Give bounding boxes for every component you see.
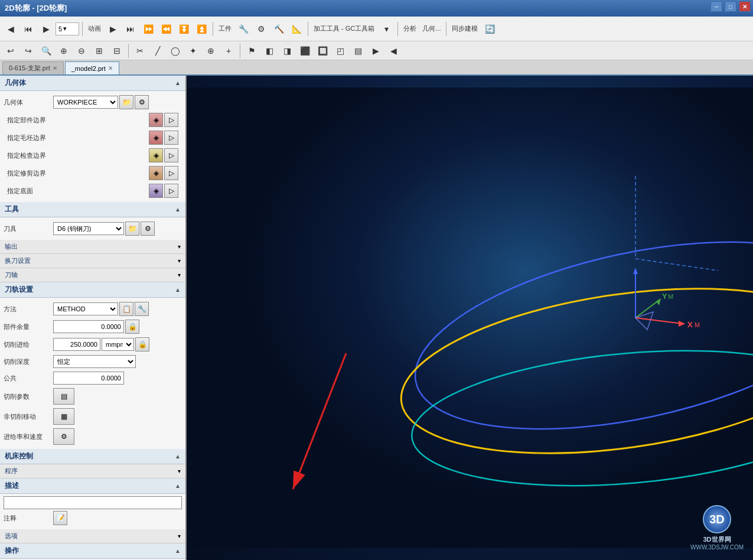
tool-axis-section-header[interactable]: 刀轴 ▾ [0, 268, 185, 282]
cut-params-row: 切削参数 ▤ [4, 386, 182, 406]
tb2-btn-7[interactable]: ⊟ [109, 43, 125, 59]
output-section-header[interactable]: 输出 ▾ [0, 240, 185, 254]
tool-btn-3[interactable]: 🔨 [270, 21, 287, 37]
method-select[interactable]: METHOD [53, 302, 118, 315]
tool-select[interactable]: D6 (钨钢刀) [53, 222, 124, 235]
viewport: X M Y M 3D 3D世界网 WWW.3DSJW.COM [187, 76, 753, 560]
tb2-btn-18[interactable]: 🔲 [314, 43, 331, 59]
tb2-btn-3[interactable]: 🔍 [38, 43, 54, 59]
operations-section-header[interactable]: 操作 ▲ [0, 543, 185, 559]
anim-btn-4[interactable]: ⏪ [158, 21, 174, 37]
sync-btn[interactable]: 🔄 [481, 21, 498, 37]
non-cut-btn[interactable]: ▦ [53, 408, 74, 425]
separator-2 [213, 22, 213, 36]
nav-first-button[interactable]: ⏮ [20, 21, 37, 37]
tb2-btn-6[interactable]: ⊞ [91, 43, 107, 59]
check-boundary-icon1[interactable]: ◈ [149, 148, 163, 162]
geometry-edit-btn[interactable]: 📁 [119, 95, 133, 109]
tb2-btn-2[interactable]: ↪ [20, 43, 37, 59]
operations-section-arrow: ▲ [175, 548, 181, 554]
tab-0[interactable]: 0-615-支架.prt ✕ [2, 61, 64, 74]
part-boundary-icon2[interactable]: ▷ [164, 113, 178, 127]
tb2-btn-9[interactable]: ╱ [149, 43, 166, 59]
geometry-section-header[interactable]: 几何体 ▲ [0, 76, 185, 91]
tool-btn-2[interactable]: ⚙ [253, 21, 269, 37]
nav-next-button[interactable]: ▶ [38, 21, 54, 37]
toolpath-section-header[interactable]: 刀轨设置 ▲ [0, 282, 185, 298]
feed-speed-label: 进给率和速度 [4, 432, 51, 441]
part-boundary-row: 指定部件边界 ◈ ▷ [4, 111, 182, 129]
tb2-btn-17[interactable]: ⬛ [296, 43, 313, 59]
tb2-btn-20[interactable]: ▤ [350, 43, 366, 59]
machine-section-header[interactable]: 机床控制 ▲ [0, 449, 185, 464]
part-boundary-icon1[interactable]: ◈ [149, 113, 163, 127]
anim-btn-3[interactable]: ⏩ [140, 21, 157, 37]
check-boundary-icon2[interactable]: ▷ [164, 148, 178, 162]
public-input[interactable] [53, 372, 124, 385]
tab-1-close[interactable]: ✕ [108, 65, 113, 71]
tool-btn-4[interactable]: 📐 [288, 21, 305, 37]
note-label: 注释 [4, 514, 51, 523]
tool-change-section-header[interactable]: 换刀设置 ▾ [0, 254, 185, 268]
desc-section-header[interactable]: 描述 ▲ [0, 478, 185, 494]
anim-btn-5[interactable]: ⏬ [175, 21, 192, 37]
tool-section-header[interactable]: 工具 ▲ [0, 202, 185, 217]
cut-feed-input[interactable] [53, 338, 100, 351]
tb2-btn-10[interactable]: ◯ [167, 43, 184, 59]
geometry-new-btn[interactable]: ⚙ [135, 95, 149, 109]
tb2-btn-15[interactable]: ◧ [261, 43, 278, 59]
geometry-label: 几何... [420, 24, 443, 33]
part-allowance-lock[interactable]: 🔒 [125, 320, 139, 334]
tab-1[interactable]: _model2.prt ✕ [65, 61, 119, 74]
machining-btn-1[interactable]: ▾ [378, 21, 395, 37]
animation-dropdown[interactable]: 5 ▾ [56, 22, 79, 35]
trim-boundary-icon2[interactable]: ▷ [164, 166, 178, 180]
tb2-btn-19[interactable]: ◰ [332, 43, 348, 59]
tb2-btn-12[interactable]: ⊕ [203, 43, 219, 59]
note-btn[interactable]: 📝 [53, 511, 67, 525]
description-input[interactable] [4, 496, 182, 509]
cut-feed-unit[interactable]: mmpm [102, 338, 134, 351]
public-row: 公共 [4, 370, 182, 386]
feed-speed-btn[interactable]: ⚙ [53, 428, 74, 445]
blank-boundary-icon1[interactable]: ◈ [149, 131, 163, 145]
tb2-btn-4[interactable]: ⊕ [56, 43, 72, 59]
tab-0-close[interactable]: ✕ [53, 65, 57, 71]
blank-boundary-icon2[interactable]: ▷ [164, 131, 178, 145]
tool-new-btn[interactable]: ⚙ [141, 222, 155, 236]
tb2-btn-16[interactable]: ◨ [279, 43, 295, 59]
tb2-btn-1[interactable]: ↩ [2, 43, 19, 59]
options-section-header[interactable]: 选项 ▾ [0, 529, 185, 543]
geometry-section-arrow: ▲ [175, 80, 181, 86]
nav-prev-button[interactable]: ◀ [2, 21, 19, 37]
part-boundary-icons: ◈ ▷ [149, 113, 178, 127]
anim-btn-1[interactable]: ▶ [105, 21, 121, 37]
bottom-face-icon1[interactable]: ◈ [149, 184, 163, 198]
trim-boundary-icon1[interactable]: ◈ [149, 166, 163, 180]
tb2-btn-8[interactable]: ✂ [132, 43, 148, 59]
program-section-header[interactable]: 程序 ▾ [0, 464, 185, 478]
geometry-select[interactable]: WORKPIECE [53, 96, 118, 109]
cut-params-btn[interactable]: ▤ [53, 388, 74, 405]
maximize-button[interactable]: □ [725, 1, 736, 12]
non-cut-label: 非切削移动 [4, 412, 51, 421]
tb2-btn-21[interactable]: ▶ [367, 43, 384, 59]
cut-feed-lock[interactable]: 🔒 [135, 337, 149, 351]
tb2-btn-11[interactable]: ✦ [185, 43, 201, 59]
method-icon2[interactable]: 🔧 [135, 302, 149, 316]
method-icon1[interactable]: 📋 [119, 302, 133, 316]
tb2-btn-5[interactable]: ⊖ [73, 43, 90, 59]
tool-edit-btn[interactable]: 📁 [125, 222, 139, 236]
tb2-btn-14[interactable]: ⚑ [243, 43, 260, 59]
close-button[interactable]: ✕ [739, 1, 751, 12]
tb2-btn-22[interactable]: ◀ [385, 43, 402, 59]
bottom-face-icon2[interactable]: ▷ [164, 184, 178, 198]
tool-btn-1[interactable]: 🔧 [235, 21, 252, 37]
tb2-btn-13[interactable]: + [220, 43, 237, 59]
cut-depth-select[interactable]: 恒定 [53, 355, 136, 368]
anim-btn-2[interactable]: ⏭ [122, 21, 139, 37]
options-label: 选项 [5, 532, 18, 541]
part-allowance-input[interactable] [53, 320, 124, 333]
anim-btn-6[interactable]: ⏫ [193, 21, 210, 37]
minimize-button[interactable]: ─ [710, 1, 722, 12]
